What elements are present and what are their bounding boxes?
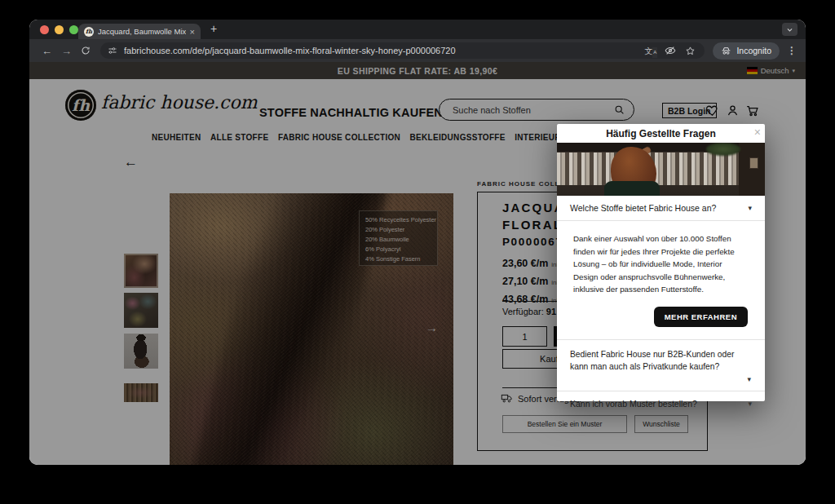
faq-question-3[interactable]: Kann ich vorab Muster bestellen? ▾ bbox=[557, 391, 765, 416]
faq-question-2[interactable]: Bedient Fabric House nur B2B-Kunden oder… bbox=[557, 340, 765, 373]
tab-strip: fh Jacquard, Baumwolle Mix, Flo × + bbox=[29, 20, 806, 39]
incognito-icon bbox=[721, 46, 731, 56]
incognito-badge: Incognito bbox=[713, 42, 780, 60]
translate-icon[interactable]: 文A bbox=[644, 46, 656, 56]
browser-tab[interactable]: fh Jacquard, Baumwolle Mix, Flo × bbox=[78, 24, 201, 39]
caret-down-icon: ▾ bbox=[557, 373, 765, 383]
browser-menu-icon[interactable]: ⋮ bbox=[787, 45, 797, 56]
traffic-light-minimize[interactable] bbox=[55, 25, 64, 34]
forward-icon[interactable]: → bbox=[61, 46, 72, 56]
faq-title: Häufig Gestellte Fragen bbox=[557, 124, 765, 143]
modal-close-icon[interactable]: × bbox=[754, 126, 761, 138]
caret-down-icon: ▾ bbox=[748, 204, 752, 212]
site-favicon-icon: fh bbox=[84, 27, 94, 37]
tab-search-chevron-icon[interactable] bbox=[782, 23, 797, 36]
faq-question-1[interactable]: Welche Stoffe bietet Fabric House an? ▾ bbox=[557, 196, 765, 220]
traffic-light-zoom[interactable] bbox=[69, 25, 78, 34]
back-icon[interactable]: ← bbox=[42, 46, 52, 56]
bookmark-star-icon[interactable] bbox=[685, 46, 696, 56]
caret-down-icon: ▾ bbox=[748, 400, 752, 408]
faq-photo bbox=[557, 143, 765, 196]
url-text: fabrichouse.com/de/p/jacquard-baumwolle-… bbox=[124, 46, 638, 55]
reload-icon[interactable] bbox=[81, 46, 91, 55]
site-settings-icon[interactable] bbox=[108, 46, 117, 55]
eye-off-icon[interactable] bbox=[665, 45, 676, 56]
faq-answer-1: Dank einer Auswahl von über 10.000 Stoff… bbox=[557, 221, 765, 296]
tab-close-icon[interactable]: × bbox=[190, 27, 195, 37]
learn-more-button[interactable]: MEHR ERFAHREN bbox=[654, 307, 748, 327]
faq-modal: × Häufig Gestellte Fragen Welche Stoffe … bbox=[557, 124, 765, 401]
address-bar[interactable]: fabrichouse.com/de/p/jacquard-baumwolle-… bbox=[100, 42, 705, 59]
incognito-label: Incognito bbox=[736, 46, 771, 55]
browser-window: fh Jacquard, Baumwolle Mix, Flo × + ← → … bbox=[29, 20, 806, 465]
new-tab-button[interactable]: + bbox=[210, 22, 217, 35]
tab-title: Jacquard, Baumwolle Mix, Flo bbox=[98, 27, 186, 36]
browser-toolbar: ← → fabrichouse.com/de/p/jacquard-baumwo… bbox=[29, 39, 806, 62]
traffic-light-close[interactable] bbox=[40, 25, 49, 34]
